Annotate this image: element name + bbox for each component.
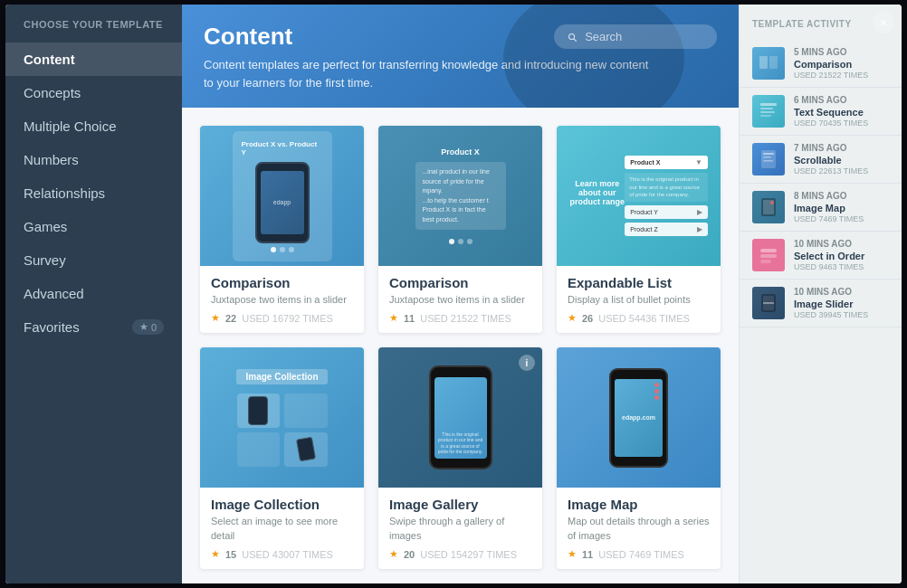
activity-uses: USED 22613 TIMES <box>794 166 889 175</box>
activity-name: Scrollable <box>794 155 889 166</box>
svg-rect-9 <box>763 160 773 162</box>
activity-time: 7 MINS AGO <box>794 143 889 153</box>
template-card-image-collection[interactable]: Image Collection <box>200 347 364 569</box>
used-count: USED 7469 TIMES <box>598 549 684 560</box>
activity-item-3[interactable]: 8 MINS AGO Image Map USED 7469 TIMES <box>740 184 902 232</box>
search-bar <box>554 24 717 49</box>
used-count: USED 21522 TIMES <box>420 313 511 324</box>
sidebar-header: CHOOSE YOUR TEMPLATE <box>5 19 182 43</box>
svg-rect-0 <box>759 56 768 69</box>
activity-time: 5 MINS AGO <box>794 47 889 57</box>
used-count: USED 43007 TIMES <box>242 549 333 560</box>
close-button[interactable]: × <box>873 12 894 33</box>
rating: 20 <box>404 549 415 560</box>
info-badge: i <box>519 355 535 371</box>
rating: 15 <box>225 549 236 560</box>
card-desc: Juxtapose two items in a slider <box>389 293 531 307</box>
sidebar-item-numbers[interactable]: Numbers <box>5 143 182 176</box>
sidebar-item-advanced[interactable]: Advanced <box>5 277 182 310</box>
card-desc: Display a list of bullet points <box>568 293 710 307</box>
activity-thumb-5 <box>752 287 785 319</box>
star-icon: ★ <box>389 312 398 324</box>
card-desc: Juxtapose two items in a slider <box>211 293 353 307</box>
sidebar-item-multiple-choice[interactable]: Multiple Choice <box>5 109 182 143</box>
card-meta: ★ 22 USED 16792 TIMES <box>211 312 353 324</box>
activity-uses: USED 9463 TIMES <box>794 262 889 271</box>
rating: 11 <box>582 549 593 560</box>
activity-item-2[interactable]: 7 MINS AGO Scrollable USED 22613 TIMES <box>740 136 902 184</box>
activity-name: Comparison <box>794 59 889 70</box>
activity-uses: USED 7469 TIMES <box>794 214 889 223</box>
svg-rect-14 <box>760 254 777 258</box>
svg-rect-5 <box>760 115 771 117</box>
used-count: USED 54436 TIMES <box>598 313 690 324</box>
card-preview-imggal: i This is the original product in our li… <box>378 347 542 488</box>
star-icon: ★ <box>211 312 220 324</box>
svg-rect-2 <box>760 103 777 106</box>
activity-item-0[interactable]: 5 MINS AGO Comparison USED 21522 TIMES <box>740 40 902 88</box>
activity-uses: USED 70435 TIMES <box>794 119 889 128</box>
rating: 22 <box>225 313 236 324</box>
activity-item-1[interactable]: 6 MINS AGO Text Sequence USED 70435 TIME… <box>740 88 902 136</box>
card-desc: Swipe through a gallery of images <box>389 515 531 543</box>
card-preview-comparison1: Product X vs. Product Y edapp <box>200 126 364 266</box>
sidebar-item-concepts[interactable]: Concepts <box>5 76 182 109</box>
card-name: Comparison <box>389 275 531 290</box>
template-card-comparison2[interactable]: Product X ...inal product in our line so… <box>378 126 542 333</box>
main-header: Content Content templates are perfect fo… <box>182 5 739 108</box>
sidebar-item-survey[interactable]: Survey <box>5 243 182 277</box>
activity-time: 6 MINS AGO <box>794 95 889 105</box>
modal-overlay: CHOOSE YOUR TEMPLATE Content Concepts Mu… <box>0 0 907 588</box>
sidebar-item-content[interactable]: Content <box>5 43 182 76</box>
star-icon: ★ <box>139 321 148 333</box>
rating: 11 <box>404 313 415 324</box>
activity-time: 10 MINS AGO <box>794 239 889 249</box>
sidebar-item-favorites[interactable]: Favorites ★ 0 <box>5 310 182 344</box>
card-meta: ★ 15 USED 43007 TIMES <box>211 548 353 560</box>
templates-grid: Product X vs. Product Y edapp <box>200 126 721 569</box>
svg-rect-13 <box>760 249 777 252</box>
card-meta: ★ 11 USED 7469 TIMES <box>568 548 710 560</box>
search-icon <box>567 31 578 43</box>
modal: CHOOSE YOUR TEMPLATE Content Concepts Mu… <box>5 5 902 583</box>
activity-time: 8 MINS AGO <box>794 191 889 201</box>
card-desc: Select an image to see more detail <box>211 515 353 543</box>
activity-thumb-0 <box>752 47 785 80</box>
card-preview-expandable: Learn more about our product range Produ… <box>557 126 721 266</box>
card-meta: ★ 26 USED 54436 TIMES <box>568 312 710 324</box>
activity-item-5[interactable]: 10 MINS AGO Image Slider USED 39945 TIME… <box>740 280 902 327</box>
activity-name: Select in Order <box>794 251 889 261</box>
svg-rect-7 <box>763 153 774 155</box>
activity-time: 10 MINS AGO <box>794 287 889 297</box>
template-card-expandable[interactable]: Learn more about our product range Produ… <box>557 126 721 333</box>
activity-thumb-2 <box>752 143 785 175</box>
card-preview-comparison2: Product X ...inal product in our line so… <box>378 126 542 266</box>
card-name: Image Collection <box>211 497 353 512</box>
star-icon: ★ <box>568 548 577 560</box>
rating: 26 <box>582 313 593 324</box>
search-input[interactable] <box>585 30 704 43</box>
template-card-comparison1[interactable]: Product X vs. Product Y edapp <box>200 126 364 333</box>
activity-name: Image Map <box>794 203 889 213</box>
activity-thumb-3 <box>752 191 785 223</box>
svg-rect-8 <box>763 156 771 158</box>
activity-thumb-1 <box>752 95 785 128</box>
svg-rect-1 <box>769 56 778 69</box>
sidebar-item-relationships[interactable]: Relationships <box>5 176 182 210</box>
template-card-image-map[interactable]: edapp.com Image Map <box>557 347 721 569</box>
card-desc: Map out details through a series of imag… <box>568 515 710 543</box>
activity-name: Text Sequence <box>794 107 889 118</box>
template-card-image-gallery[interactable]: i This is the original product in our li… <box>378 347 542 569</box>
used-count: USED 154297 TIMES <box>420 549 517 560</box>
header-description: Content templates are perfect for transf… <box>204 56 656 91</box>
sidebar-item-games[interactable]: Games <box>5 210 182 243</box>
star-icon: ★ <box>568 312 577 324</box>
svg-point-12 <box>770 201 774 204</box>
activity-item-4[interactable]: 10 MINS AGO Select in Order USED 9463 TI… <box>740 232 902 280</box>
card-name: Comparison <box>211 275 353 290</box>
activity-uses: USED 39945 TIMES <box>794 310 889 319</box>
main-content: Content Content templates are perfect fo… <box>182 5 739 583</box>
svg-rect-4 <box>760 111 775 113</box>
card-meta: ★ 20 USED 154297 TIMES <box>389 548 531 560</box>
used-count: USED 16792 TIMES <box>242 313 333 324</box>
